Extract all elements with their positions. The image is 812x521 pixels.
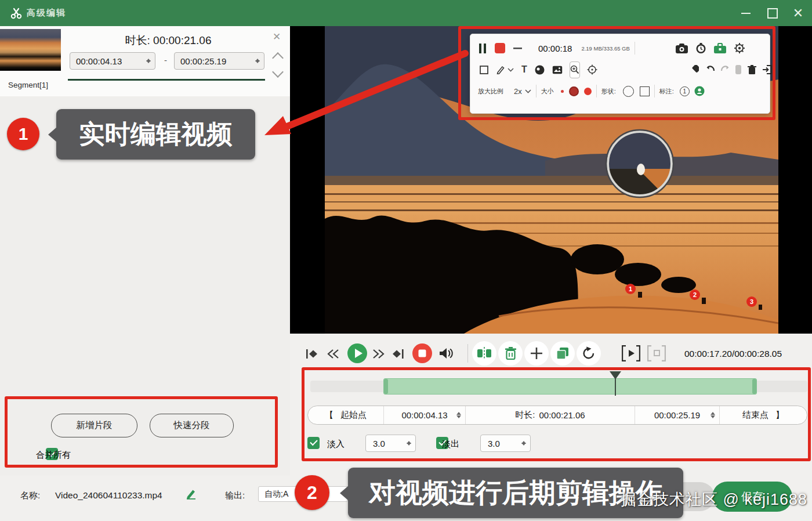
add-segment-label: 新增片段 (77, 419, 113, 432)
add-button[interactable] (524, 341, 549, 366)
timer-icon[interactable] (695, 43, 706, 54)
numbered-marker-option[interactable]: 1 (680, 86, 690, 96)
undo-icon[interactable] (705, 66, 715, 74)
click-marker-3: 3 (750, 298, 753, 305)
skip-start-icon[interactable] (306, 348, 318, 360)
segment-name: Segment[1] (8, 81, 48, 89)
recorder-toolbar: 00:00:18 2.19 MB/333.65 GB T (470, 34, 770, 114)
trim-duration-value: 00:00:21.06 (539, 410, 585, 420)
preview-play-frame-icon[interactable] (622, 345, 640, 361)
segment-thumbnail[interactable] (0, 29, 61, 71)
split-button[interactable] (472, 341, 496, 366)
rename-pencil-icon[interactable] (186, 489, 197, 500)
eraser-icon[interactable] (689, 65, 699, 75)
shape-circle-option[interactable] (623, 86, 634, 97)
delete-segment-button[interactable] (498, 341, 523, 366)
add-segment-button[interactable]: 新增片段 (51, 414, 137, 437)
merge-all-label: 合并所有 (36, 450, 71, 461)
spinner-arrows-icon[interactable] (253, 53, 260, 69)
segment-close-icon[interactable]: ✕ (273, 31, 281, 43)
step2-label: 对视频进行后期剪辑操作 (369, 475, 662, 511)
set-end-button[interactable]: 结束点 】 (719, 406, 807, 424)
green-marker-option[interactable] (694, 86, 705, 96)
volume-icon[interactable] (439, 347, 454, 360)
quick-split-button[interactable]: 快速分段 (150, 414, 234, 437)
pencil-tool-icon[interactable] (496, 65, 505, 74)
maximize-button[interactable] (760, 0, 785, 26)
preview-stop-frame-icon[interactable] (647, 345, 666, 361)
segment-start-value: 00:00:04.13 (76, 56, 122, 66)
set-start-button[interactable]: 【 起始点 (308, 406, 383, 424)
fade-out-spinner[interactable]: 3.0 (480, 435, 531, 452)
settings-gear-icon[interactable] (734, 42, 745, 54)
size-medium-dot[interactable] (584, 88, 592, 95)
range-start-handle[interactable] (384, 379, 388, 394)
watermark: 掘金技术社区 @ keji1688 (621, 489, 807, 510)
duration-value: 00:00:21.06 (153, 34, 211, 46)
minimize-button[interactable] (733, 0, 759, 26)
segment-end-spinner[interactable]: 00:00:25.19 (174, 52, 264, 70)
step2-number: 2 (307, 482, 317, 504)
trim-end-spinner[interactable]: 00:00:25.19 (635, 406, 719, 424)
play-button[interactable] (347, 343, 368, 364)
spinner-arrows-icon[interactable] (708, 406, 715, 424)
shape-square-option[interactable] (640, 86, 650, 96)
spinner-arrows-icon[interactable] (519, 435, 526, 451)
name-label: 名称: (20, 490, 40, 501)
size-small-dot[interactable] (561, 90, 564, 93)
minimize-toolbar-icon[interactable] (513, 47, 522, 49)
text-tool-icon[interactable]: T (521, 64, 527, 75)
reset-button[interactable] (577, 341, 601, 366)
pencil-dropdown-icon[interactable] (507, 68, 514, 72)
duplicate-button[interactable] (550, 341, 575, 366)
skip-end-icon[interactable] (392, 348, 404, 360)
spinner-arrows-icon[interactable] (144, 53, 151, 69)
output-value: 自动;A (264, 489, 288, 500)
chevron-up-icon[interactable] (272, 52, 284, 64)
trim-start-value: 00:00:04.13 (401, 410, 447, 420)
fade-in-checkbox[interactable] (307, 437, 320, 449)
titlebar: 高级编辑 ✕ (0, 0, 812, 26)
trim-end-value: 00:00:25.19 (654, 410, 700, 420)
stop-button[interactable] (412, 343, 433, 364)
crosshair-tool-icon[interactable] (587, 64, 597, 75)
toolbox-icon[interactable] (714, 43, 726, 53)
redo-icon[interactable] (720, 66, 730, 74)
range-end-handle[interactable] (752, 379, 756, 394)
rectangle-tool-icon[interactable] (480, 66, 488, 74)
size-large-dot-selected[interactable] (569, 86, 579, 96)
exit-annotation-icon[interactable] (763, 65, 773, 74)
trim-start-spinner[interactable]: 00:00:04.13 (383, 406, 465, 424)
fade-in-label: 淡入 (327, 439, 345, 450)
step-counter-tool-icon[interactable] (535, 65, 545, 75)
click-marker-1: 1 (629, 285, 632, 292)
chevron-down-icon[interactable] (272, 66, 284, 78)
rewind-icon[interactable] (327, 348, 339, 360)
duration-label: 时长: (125, 34, 150, 46)
banner-notch (340, 486, 349, 501)
clipboard-icon[interactable] (735, 65, 741, 74)
pause-recording-icon[interactable] (478, 44, 487, 53)
fade-out-label: 淡出 (442, 439, 459, 450)
spinner-arrows-icon[interactable] (454, 406, 461, 424)
magnify-dropdown-icon[interactable] (525, 89, 531, 93)
magnifier-tool-icon[interactable] (570, 61, 580, 78)
click-marker-2: 2 (693, 291, 697, 298)
fade-in-spinner[interactable]: 3.0 (365, 435, 416, 452)
start-label: 起始点 (340, 410, 367, 421)
segment-end-value: 00:00:25.19 (180, 56, 226, 66)
playhead[interactable] (608, 371, 623, 396)
stop-recording-icon[interactable] (495, 43, 505, 53)
close-button[interactable]: ✕ (785, 0, 811, 26)
trim-duration-label: 时长: (515, 410, 535, 421)
timeline-selected-range[interactable] (383, 378, 757, 395)
size-label: 大小 (541, 87, 554, 96)
forward-icon[interactable] (372, 348, 385, 360)
file-name: Video_240604110233.mp4 (55, 490, 162, 501)
trash-tool-icon[interactable] (748, 65, 756, 75)
magnify-ratio-value[interactable]: 2x (514, 87, 522, 96)
segment-start-spinner[interactable]: 00:00:04.13 (70, 52, 155, 70)
image-tool-icon[interactable] (552, 66, 563, 74)
camera-icon[interactable] (676, 44, 688, 53)
spinner-arrows-icon[interactable] (404, 435, 411, 451)
